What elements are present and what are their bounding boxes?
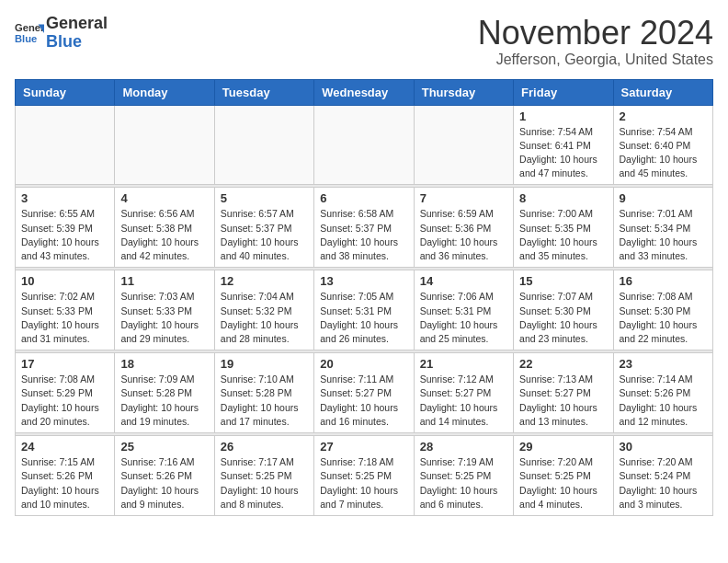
calendar-cell: 13Sunrise: 7:05 AM Sunset: 5:31 PM Dayli… bbox=[314, 270, 414, 350]
day-number: 10 bbox=[21, 274, 108, 288]
day-number: 15 bbox=[519, 274, 607, 288]
day-number: 28 bbox=[420, 440, 507, 454]
day-info: Sunrise: 7:06 AM Sunset: 5:31 PM Dayligh… bbox=[420, 290, 507, 346]
day-info: Sunrise: 7:07 AM Sunset: 5:30 PM Dayligh… bbox=[519, 290, 607, 346]
calendar-cell: 6Sunrise: 6:58 AM Sunset: 5:37 PM Daylig… bbox=[314, 188, 414, 268]
day-info: Sunrise: 7:17 AM Sunset: 5:25 PM Dayligh… bbox=[221, 455, 308, 511]
calendar-cell: 27Sunrise: 7:18 AM Sunset: 5:25 PM Dayli… bbox=[314, 436, 414, 516]
calendar-day-header: Tuesday bbox=[214, 79, 313, 105]
calendar-cell: 30Sunrise: 7:20 AM Sunset: 5:24 PM Dayli… bbox=[613, 436, 712, 516]
calendar-week-row: 3Sunrise: 6:55 AM Sunset: 5:39 PM Daylig… bbox=[16, 188, 713, 268]
calendar-day-header: Thursday bbox=[414, 79, 513, 105]
calendar-cell: 19Sunrise: 7:10 AM Sunset: 5:28 PM Dayli… bbox=[214, 353, 313, 433]
day-number: 26 bbox=[221, 440, 308, 454]
day-number: 22 bbox=[519, 357, 607, 371]
calendar-cell: 8Sunrise: 7:00 AM Sunset: 5:35 PM Daylig… bbox=[514, 188, 613, 268]
calendar-cell: 10Sunrise: 7:02 AM Sunset: 5:33 PM Dayli… bbox=[16, 270, 115, 350]
calendar-cell: 28Sunrise: 7:19 AM Sunset: 5:25 PM Dayli… bbox=[414, 436, 513, 516]
calendar-week-row: 10Sunrise: 7:02 AM Sunset: 5:33 PM Dayli… bbox=[16, 270, 713, 350]
day-info: Sunrise: 7:01 AM Sunset: 5:34 PM Dayligh… bbox=[620, 207, 707, 263]
calendar-day-header: Friday bbox=[514, 79, 613, 105]
day-number: 1 bbox=[519, 109, 607, 123]
calendar-week-row: 24Sunrise: 7:15 AM Sunset: 5:26 PM Dayli… bbox=[16, 436, 713, 516]
calendar-cell: 17Sunrise: 7:08 AM Sunset: 5:29 PM Dayli… bbox=[16, 353, 115, 433]
day-info: Sunrise: 7:02 AM Sunset: 5:33 PM Dayligh… bbox=[21, 290, 108, 346]
calendar-cell: 23Sunrise: 7:14 AM Sunset: 5:26 PM Dayli… bbox=[613, 353, 712, 433]
day-number: 29 bbox=[519, 440, 607, 454]
calendar-week-row: 1Sunrise: 7:54 AM Sunset: 6:41 PM Daylig… bbox=[16, 105, 713, 185]
logo: General Blue General Blue bbox=[15, 15, 108, 52]
page-header: General Blue General Blue November 2024 … bbox=[15, 15, 713, 68]
day-number: 30 bbox=[620, 440, 707, 454]
calendar-cell: 3Sunrise: 6:55 AM Sunset: 5:39 PM Daylig… bbox=[16, 188, 115, 268]
day-number: 18 bbox=[120, 357, 208, 371]
calendar-table: SundayMondayTuesdayWednesdayThursdayFrid… bbox=[15, 79, 713, 516]
day-number: 11 bbox=[120, 274, 208, 288]
logo-text: General Blue bbox=[46, 15, 108, 52]
day-info: Sunrise: 7:08 AM Sunset: 5:29 PM Dayligh… bbox=[21, 373, 108, 429]
day-number: 9 bbox=[620, 191, 707, 205]
day-number: 20 bbox=[320, 357, 407, 371]
day-number: 3 bbox=[21, 191, 108, 205]
day-info: Sunrise: 7:11 AM Sunset: 5:27 PM Dayligh… bbox=[320, 373, 407, 429]
calendar-cell: 18Sunrise: 7:09 AM Sunset: 5:28 PM Dayli… bbox=[115, 353, 214, 433]
calendar-cell: 26Sunrise: 7:17 AM Sunset: 5:25 PM Dayli… bbox=[214, 436, 313, 516]
day-number: 12 bbox=[221, 274, 308, 288]
day-info: Sunrise: 7:54 AM Sunset: 6:41 PM Dayligh… bbox=[519, 125, 607, 181]
calendar-week-row: 17Sunrise: 7:08 AM Sunset: 5:29 PM Dayli… bbox=[16, 353, 713, 433]
day-info: Sunrise: 7:09 AM Sunset: 5:28 PM Dayligh… bbox=[120, 373, 208, 429]
calendar-cell: 5Sunrise: 6:57 AM Sunset: 5:37 PM Daylig… bbox=[214, 188, 313, 268]
day-number: 23 bbox=[620, 357, 707, 371]
calendar-day-header: Sunday bbox=[16, 79, 115, 105]
calendar-cell bbox=[414, 105, 513, 185]
day-info: Sunrise: 6:57 AM Sunset: 5:37 PM Dayligh… bbox=[221, 207, 308, 263]
calendar-cell: 16Sunrise: 7:08 AM Sunset: 5:30 PM Dayli… bbox=[613, 270, 712, 350]
day-info: Sunrise: 7:18 AM Sunset: 5:25 PM Dayligh… bbox=[320, 455, 407, 511]
day-info: Sunrise: 7:13 AM Sunset: 5:27 PM Dayligh… bbox=[519, 373, 607, 429]
day-number: 2 bbox=[620, 109, 707, 123]
title-area: November 2024 Jefferson, Georgia, United… bbox=[478, 15, 713, 68]
day-info: Sunrise: 7:16 AM Sunset: 5:26 PM Dayligh… bbox=[120, 455, 208, 511]
logo-blue: Blue bbox=[46, 33, 108, 52]
day-number: 6 bbox=[320, 191, 407, 205]
day-info: Sunrise: 7:12 AM Sunset: 5:27 PM Dayligh… bbox=[420, 373, 507, 429]
svg-text:General: General bbox=[15, 22, 44, 33]
calendar-cell bbox=[16, 105, 115, 185]
day-number: 24 bbox=[21, 440, 108, 454]
day-info: Sunrise: 7:15 AM Sunset: 5:26 PM Dayligh… bbox=[21, 455, 108, 511]
calendar-cell: 25Sunrise: 7:16 AM Sunset: 5:26 PM Dayli… bbox=[115, 436, 214, 516]
day-number: 14 bbox=[420, 274, 507, 288]
calendar-cell: 14Sunrise: 7:06 AM Sunset: 5:31 PM Dayli… bbox=[414, 270, 513, 350]
day-info: Sunrise: 7:19 AM Sunset: 5:25 PM Dayligh… bbox=[420, 455, 507, 511]
calendar-cell: 21Sunrise: 7:12 AM Sunset: 5:27 PM Dayli… bbox=[414, 353, 513, 433]
day-number: 21 bbox=[420, 357, 507, 371]
day-number: 7 bbox=[420, 191, 507, 205]
day-number: 4 bbox=[120, 191, 208, 205]
day-info: Sunrise: 6:56 AM Sunset: 5:38 PM Dayligh… bbox=[120, 207, 208, 263]
day-number: 13 bbox=[320, 274, 407, 288]
day-info: Sunrise: 7:14 AM Sunset: 5:26 PM Dayligh… bbox=[620, 373, 707, 429]
day-number: 19 bbox=[221, 357, 308, 371]
calendar-cell: 7Sunrise: 6:59 AM Sunset: 5:36 PM Daylig… bbox=[414, 188, 513, 268]
calendar-cell bbox=[214, 105, 313, 185]
calendar-cell: 2Sunrise: 7:54 AM Sunset: 6:40 PM Daylig… bbox=[613, 105, 712, 185]
calendar-cell: 1Sunrise: 7:54 AM Sunset: 6:41 PM Daylig… bbox=[514, 105, 613, 185]
day-number: 17 bbox=[21, 357, 108, 371]
calendar-cell: 29Sunrise: 7:20 AM Sunset: 5:25 PM Dayli… bbox=[514, 436, 613, 516]
logo-general: General bbox=[46, 15, 108, 33]
calendar-cell: 20Sunrise: 7:11 AM Sunset: 5:27 PM Dayli… bbox=[314, 353, 414, 433]
day-info: Sunrise: 7:10 AM Sunset: 5:28 PM Dayligh… bbox=[221, 373, 308, 429]
day-info: Sunrise: 6:59 AM Sunset: 5:36 PM Dayligh… bbox=[420, 207, 507, 263]
day-info: Sunrise: 6:55 AM Sunset: 5:39 PM Dayligh… bbox=[21, 207, 108, 263]
day-info: Sunrise: 7:20 AM Sunset: 5:25 PM Dayligh… bbox=[519, 455, 607, 511]
calendar-cell: 15Sunrise: 7:07 AM Sunset: 5:30 PM Dayli… bbox=[514, 270, 613, 350]
day-number: 8 bbox=[519, 191, 607, 205]
calendar-cell: 12Sunrise: 7:04 AM Sunset: 5:32 PM Dayli… bbox=[214, 270, 313, 350]
calendar-cell: 11Sunrise: 7:03 AM Sunset: 5:33 PM Dayli… bbox=[115, 270, 214, 350]
day-info: Sunrise: 7:04 AM Sunset: 5:32 PM Dayligh… bbox=[221, 290, 308, 346]
calendar-cell bbox=[115, 105, 214, 185]
day-info: Sunrise: 7:05 AM Sunset: 5:31 PM Dayligh… bbox=[320, 290, 407, 346]
day-info: Sunrise: 7:08 AM Sunset: 5:30 PM Dayligh… bbox=[620, 290, 707, 346]
calendar-day-header: Saturday bbox=[613, 79, 712, 105]
day-number: 5 bbox=[221, 191, 308, 205]
